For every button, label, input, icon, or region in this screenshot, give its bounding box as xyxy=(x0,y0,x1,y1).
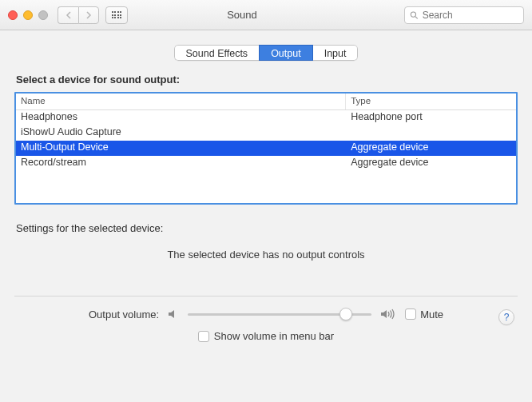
menubar-checkbox[interactable] xyxy=(198,331,209,342)
mute-checkbox-wrap: Mute xyxy=(405,308,443,320)
speaker-high-icon xyxy=(379,308,397,320)
tab-input[interactable]: Input xyxy=(313,45,359,61)
tab-sound-effects[interactable]: Sound Effects xyxy=(174,45,260,61)
window-controls xyxy=(8,10,48,20)
output-device-table: Name Type HeadphonesHeadphone portiShowU… xyxy=(14,92,518,205)
table-row[interactable]: Record/streamAggregate device xyxy=(16,156,516,171)
device-name: iShowU Audio Capture xyxy=(16,125,346,141)
device-type: Aggregate device xyxy=(346,141,516,156)
volume-slider[interactable] xyxy=(188,308,371,320)
search-icon xyxy=(410,10,419,20)
device-type xyxy=(346,125,516,141)
zoom-button[interactable] xyxy=(38,10,48,20)
slider-thumb[interactable] xyxy=(339,308,352,320)
show-in-menubar-row: Show volume in menu bar xyxy=(14,330,518,342)
device-name: Headphones xyxy=(16,110,346,125)
speaker-low-icon xyxy=(167,308,180,320)
device-name: Record/stream xyxy=(16,156,346,171)
help-button[interactable]: ? xyxy=(498,309,514,325)
table-row[interactable]: iShowU Audio Capture xyxy=(16,125,516,141)
content-area: Sound Effects Output Input Select a devi… xyxy=(0,30,532,402)
no-output-controls-message: The selected device has no output contro… xyxy=(14,249,518,261)
device-name: Multi-Output Device xyxy=(16,141,346,156)
window-title: Sound xyxy=(86,9,398,21)
settings-label: Settings for the selected device: xyxy=(16,222,518,234)
output-volume-row: Output volume: Mute xyxy=(14,308,518,320)
column-header-type[interactable]: Type xyxy=(346,94,516,109)
table-row[interactable]: HeadphonesHeadphone port xyxy=(16,110,516,125)
table-body: HeadphonesHeadphone portiShowU Audio Cap… xyxy=(16,110,516,203)
divider xyxy=(14,296,518,297)
output-volume-label: Output volume: xyxy=(89,308,159,320)
titlebar: Sound xyxy=(0,0,532,30)
device-type: Aggregate device xyxy=(346,156,516,171)
back-button[interactable] xyxy=(58,6,78,24)
close-button[interactable] xyxy=(8,10,18,20)
svg-line-1 xyxy=(415,16,418,18)
device-type: Headphone port xyxy=(346,110,516,125)
search-input[interactable] xyxy=(423,10,518,21)
minimize-button[interactable] xyxy=(23,10,33,20)
svg-point-0 xyxy=(411,12,415,17)
section-label: Select a device for sound output: xyxy=(16,74,518,86)
table-header: Name Type xyxy=(16,94,516,110)
menubar-label: Show volume in menu bar xyxy=(214,330,334,342)
tab-output[interactable]: Output xyxy=(259,45,313,61)
search-field[interactable] xyxy=(404,6,524,24)
tab-segmented-control: Sound Effects Output Input xyxy=(174,45,359,61)
mute-checkbox[interactable] xyxy=(405,308,416,320)
mute-label: Mute xyxy=(420,308,443,320)
column-header-name[interactable]: Name xyxy=(16,94,346,109)
table-row[interactable]: Multi-Output DeviceAggregate device xyxy=(16,141,516,156)
tab-row: Sound Effects Output Input xyxy=(14,45,518,61)
